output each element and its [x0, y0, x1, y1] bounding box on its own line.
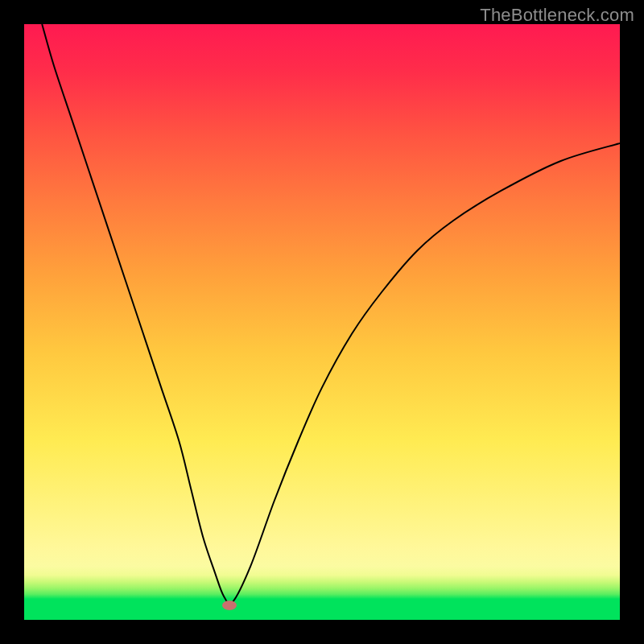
watermark-text: TheBottleneck.com: [480, 5, 634, 26]
plot-area: [24, 24, 620, 620]
curve-svg: [24, 24, 620, 620]
minimum-marker: [222, 601, 237, 610]
bottleneck-curve: [42, 24, 620, 604]
chart-frame: TheBottleneck.com: [0, 0, 644, 644]
